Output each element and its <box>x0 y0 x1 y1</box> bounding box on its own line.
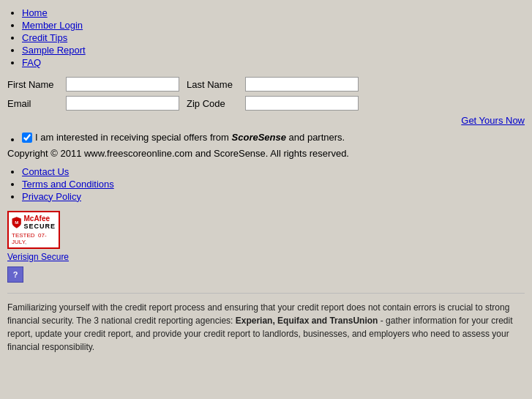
nav-item-credit-tips[interactable]: Credit Tips <box>22 32 525 43</box>
first-name-input[interactable] <box>66 77 179 92</box>
nav-item-home[interactable]: Home <box>22 7 525 18</box>
footer-link-privacy[interactable]: Privacy Policy <box>22 191 81 202</box>
first-name-label: First Name <box>7 79 66 90</box>
security-section: M McAfee SECURE TESTED 07-JULY, Verisign… <box>7 211 525 283</box>
nav-link-credit-tips[interactable]: Credit Tips <box>22 32 67 43</box>
email-zip-row: Email Zip Code <box>7 96 525 111</box>
nav-link-faq[interactable]: FAQ <box>22 57 41 68</box>
nav-item-sample-report[interactable]: Sample Report <box>22 45 525 56</box>
get-yours-now-row: Get Yours Now <box>7 115 525 126</box>
nav-list: Home Member Login Credit Tips Sample Rep… <box>7 7 525 68</box>
email-input[interactable] <box>66 96 179 111</box>
signup-form: First Name Last Name Email Zip Code Get … <box>7 77 525 126</box>
nav-item-faq[interactable]: FAQ <box>22 57 525 68</box>
special-offers-text: I am interested in receiving special off… <box>35 132 345 143</box>
email-label: Email <box>7 98 66 109</box>
footer-links: Contact Us Terms and Conditions Privacy … <box>7 166 525 202</box>
nav-link-home[interactable]: Home <box>22 7 48 18</box>
mcafee-top: M McAfee SECURE <box>12 215 56 231</box>
svg-text:M: M <box>15 220 18 225</box>
mcafee-bottom: TESTED 07-JULY, <box>12 232 56 245</box>
mcafee-text: McAfee SECURE <box>23 215 56 230</box>
nav-item-member-login[interactable]: Member Login <box>22 20 525 31</box>
main-content: Home Member Login Credit Tips Sample Rep… <box>0 0 532 361</box>
footer-item-contact[interactable]: Contact Us <box>22 166 525 177</box>
last-name-label: Last Name <box>187 79 245 90</box>
zip-code-label: Zip Code <box>187 98 245 109</box>
footer-link-terms[interactable]: Terms and Conditions <box>22 179 114 190</box>
footer-item-terms[interactable]: Terms and Conditions <box>22 179 525 190</box>
offers-section: I am interested in receiving special off… <box>7 132 525 145</box>
footer-item-privacy[interactable]: Privacy Policy <box>22 191 525 202</box>
bottom-paragraph: Familiarizing yourself with the credit r… <box>7 293 525 354</box>
verisign-icon-placeholder: ? <box>7 266 525 283</box>
special-offers-checkbox[interactable] <box>22 133 32 143</box>
mcafee-shield-icon: M <box>12 215 21 231</box>
checkbox-item: I am interested in receiving special off… <box>22 132 525 145</box>
nav-link-member-login[interactable]: Member Login <box>22 20 83 31</box>
name-row: First Name Last Name <box>7 77 525 92</box>
verisign-link[interactable]: Verisign Secure <box>7 252 525 262</box>
copyright-text: Copyright © 2011 www.freescoreonline.com… <box>7 148 525 159</box>
get-yours-now-link[interactable]: Get Yours Now <box>461 115 525 126</box>
last-name-input[interactable] <box>245 77 359 92</box>
nav-link-sample-report[interactable]: Sample Report <box>22 45 86 56</box>
zip-code-input[interactable] <box>245 96 359 111</box>
verisign-icon: ? <box>7 266 23 283</box>
footer-link-contact[interactable]: Contact Us <box>22 166 69 177</box>
mcafee-badge: M McAfee SECURE TESTED 07-JULY, <box>7 211 60 249</box>
